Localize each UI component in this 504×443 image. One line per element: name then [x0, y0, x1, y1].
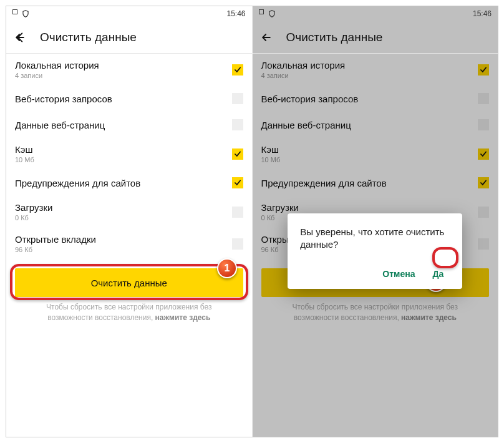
checkbox-icon[interactable]	[232, 207, 243, 218]
row-cache[interactable]: Кэш 10 Мб	[253, 138, 498, 170]
status-time: 15:46	[473, 9, 492, 18]
clear-data-button[interactable]: Очистить данные	[15, 268, 243, 297]
row-site-warnings[interactable]: Предупреждения для сайтов	[6, 170, 252, 196]
row-title: Локальная история	[261, 60, 346, 71]
row-site-warnings[interactable]: Предупреждения для сайтов	[253, 170, 498, 196]
status-bar: 15:46	[6, 6, 252, 21]
checkbox-icon[interactable]	[232, 64, 243, 75]
clear-button-wrap: Очистить данные	[6, 260, 252, 302]
dialog-cancel-button[interactable]: Отмена	[376, 265, 421, 283]
checkbox-icon[interactable]	[232, 148, 243, 160]
row-title: Локальная история	[15, 60, 99, 71]
screen-right: 15:46 Очистить данные Локальная история …	[252, 6, 498, 437]
checkbox-icon[interactable]	[478, 119, 489, 130]
checkbox-icon[interactable]	[478, 93, 489, 104]
row-title: Веб-история запросов	[261, 94, 359, 104]
row-title: Открытые вкладки	[15, 234, 96, 245]
row-title: Загрузки	[15, 202, 52, 213]
row-title: Предупреждения для сайтов	[261, 178, 387, 188]
app-header: Очистить данные	[6, 21, 252, 54]
checkbox-icon[interactable]	[232, 177, 243, 188]
shield-icon	[268, 9, 276, 18]
screen-left: 15:46 Очистить данные Локальная история …	[6, 6, 252, 437]
page-title: Очистить данные	[40, 31, 137, 44]
checkbox-icon[interactable]	[478, 177, 489, 188]
dialog-text: Вы уверены, что хотите очистить данные?	[300, 226, 450, 251]
row-title: Загрузки	[261, 202, 299, 213]
row-title: Кэш	[261, 144, 281, 155]
sim-icon	[259, 9, 264, 14]
row-webpage-data[interactable]: Данные веб-страниц	[253, 112, 498, 138]
row-title: Кэш	[15, 144, 34, 155]
checkbox-icon[interactable]	[232, 119, 243, 130]
confirm-dialog: Вы уверены, что хотите очистить данные? …	[288, 213, 462, 289]
row-title: Предупреждения для сайтов	[15, 178, 140, 188]
row-sub: 0 Кб	[15, 214, 52, 221]
reset-hint: Чтобы сбросить все настройки приложения …	[253, 302, 498, 323]
row-sub: 96 Кб	[15, 246, 96, 253]
row-sub: 10 Мб	[261, 156, 281, 163]
row-open-tabs[interactable]: Открытые вкладки 96 Кб	[6, 228, 252, 260]
status-bar: 15:46	[253, 6, 498, 21]
row-title: Данные веб-страниц	[15, 120, 105, 130]
checkbox-icon[interactable]	[232, 93, 243, 104]
row-cache[interactable]: Кэш 10 Мб	[6, 138, 252, 170]
checkbox-icon[interactable]	[232, 238, 243, 250]
checkbox-icon[interactable]	[478, 148, 489, 160]
row-local-history[interactable]: Локальная история 4 записи	[253, 54, 498, 85]
checkbox-icon[interactable]	[478, 238, 489, 250]
reset-link[interactable]: нажмите здесь	[401, 313, 457, 322]
sim-icon	[12, 9, 17, 14]
checkbox-icon[interactable]	[478, 207, 489, 218]
reset-hint: Чтобы сбросить все настройки приложения …	[6, 302, 252, 323]
row-local-history[interactable]: Локальная история 4 записи	[6, 54, 252, 85]
page-title: Очистить данные	[286, 31, 383, 44]
row-sub: 4 записи	[15, 72, 99, 79]
row-web-history[interactable]: Веб-история запросов	[6, 85, 252, 112]
row-webpage-data[interactable]: Данные веб-страниц	[6, 112, 252, 138]
status-time: 15:46	[226, 9, 245, 18]
back-icon[interactable]	[14, 31, 26, 44]
row-title: Веб-история запросов	[15, 94, 112, 104]
row-web-history[interactable]: Веб-история запросов	[253, 85, 498, 112]
row-sub: 4 записи	[261, 72, 346, 79]
back-icon[interactable]	[260, 31, 273, 44]
checkbox-icon[interactable]	[478, 64, 489, 75]
row-downloads[interactable]: Загрузки 0 Кб	[6, 196, 252, 228]
options-list: Локальная история 4 записи Веб-история з…	[6, 54, 252, 260]
shield-icon	[21, 9, 30, 18]
dialog-yes-button[interactable]: Да	[426, 265, 450, 283]
row-sub: 10 Мб	[15, 156, 34, 163]
reset-link[interactable]: нажмите здесь	[155, 313, 211, 322]
app-header: Очистить данные	[253, 21, 498, 54]
row-title: Данные веб-страниц	[261, 120, 351, 130]
